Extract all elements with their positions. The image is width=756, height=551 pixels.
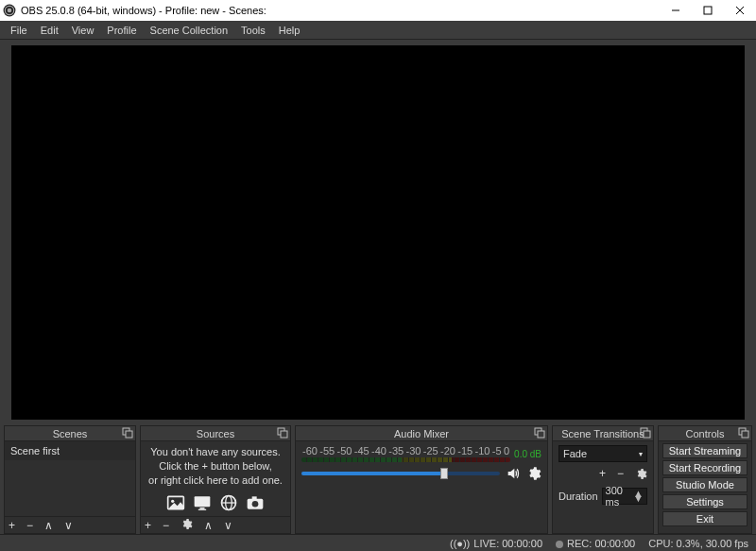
scenes-body: Scene first [5, 441, 135, 516]
add-scene-button[interactable]: + [9, 520, 15, 531]
mixer-title: Audio Mixer [394, 428, 449, 439]
docks-row: Scenes Scene first + − ∧ ∨ Sources [0, 425, 756, 534]
mixer-db-value: 0.0 dB [514, 449, 541, 459]
add-transition-button[interactable]: + [599, 468, 606, 482]
transition-properties-button[interactable] [635, 468, 647, 482]
mixer-tick: -50 [337, 445, 352, 456]
scenes-header: Scenes [5, 426, 135, 441]
mixer-level-meter [301, 457, 510, 462]
transition-selected: Fade [563, 448, 587, 459]
status-rec-text: REC: 00:00:00 [567, 538, 635, 549]
mixer-tick: -40 [371, 445, 387, 456]
chevron-down-icon: ▾ [639, 450, 643, 458]
mixer-tick: -10 [475, 445, 490, 456]
svg-rect-13 [195, 496, 211, 507]
svg-rect-20 [252, 496, 257, 499]
mixer-tick: -45 [354, 445, 369, 456]
duration-label: Duration [558, 491, 598, 502]
mixer-volume-slider[interactable] [301, 472, 500, 475]
controls-body: Start Streaming Start Recording Studio M… [659, 441, 751, 533]
source-down-button[interactable]: ∨ [224, 520, 232, 531]
obs-app-icon [0, 4, 19, 17]
popout-icon[interactable] [122, 427, 133, 439]
duration-value: 300 ms [606, 485, 634, 508]
scene-list[interactable]: Scene first [5, 441, 135, 516]
sources-empty-message: You don't have any sources. Click the + … [141, 441, 290, 516]
mixer-dock: Audio Mixer -60 -55 -50 -45 -40 -35 -30 [295, 425, 548, 534]
scenes-footer: + − ∧ ∨ [5, 516, 135, 533]
menubar: File Edit View Profile Scene Collection … [0, 21, 756, 40]
camera-source-icon [246, 493, 265, 512]
transitions-header: Scene Transitions [553, 426, 653, 441]
controls-title: Controls [686, 428, 725, 439]
broadcast-icon: ((●)) [450, 538, 470, 549]
svg-rect-25 [644, 431, 650, 438]
maximize-button[interactable] [692, 0, 724, 21]
sources-dock: Sources You don't have any sources. Clic… [140, 425, 291, 534]
remove-scene-button[interactable]: − [26, 520, 33, 531]
popout-icon[interactable] [534, 427, 545, 439]
svg-point-2 [8, 9, 12, 13]
mixer-tick: -55 [319, 445, 335, 456]
sources-title: Sources [197, 428, 234, 439]
mixer-tick: -30 [406, 445, 421, 456]
remove-transition-button[interactable]: − [617, 468, 624, 482]
add-source-button[interactable]: + [145, 520, 151, 531]
transitions-dock: Scene Transitions Fade ▾ + − Duration [552, 425, 654, 534]
status-bar: ((●))LIVE: 00:00:00 REC: 00:00:00 CPU: 0… [0, 534, 756, 551]
mixer-tick: -15 [457, 445, 472, 456]
mixer-tick: 0 [504, 445, 509, 456]
sources-empty-line: You don't have any sources. [150, 445, 280, 459]
exit-button[interactable]: Exit [662, 511, 747, 526]
transition-select[interactable]: Fade ▾ [558, 445, 647, 462]
settings-button[interactable]: Settings [662, 494, 747, 509]
svg-point-21 [252, 500, 259, 507]
source-up-button[interactable]: ∧ [204, 520, 213, 531]
menu-help[interactable]: Help [272, 23, 307, 38]
menu-scene-collection[interactable]: Scene Collection [144, 23, 235, 38]
mixer-tick: -35 [388, 445, 404, 456]
mixer-header: Audio Mixer [296, 426, 547, 441]
svg-rect-27 [742, 431, 748, 438]
transitions-title: Scene Transitions [561, 428, 644, 439]
remove-source-button[interactable]: − [163, 520, 169, 531]
menu-tools[interactable]: Tools [234, 23, 272, 38]
menu-file[interactable]: File [4, 23, 34, 38]
popout-icon[interactable] [640, 427, 651, 439]
start-recording-button[interactable]: Start Recording [662, 460, 747, 475]
svg-rect-8 [126, 431, 132, 438]
display-source-icon [193, 493, 212, 512]
start-streaming-button[interactable]: Start Streaming [662, 443, 747, 458]
svg-point-12 [171, 499, 174, 502]
popout-icon[interactable] [738, 427, 749, 439]
popout-icon[interactable] [277, 427, 288, 439]
sources-empty-line: Click the + button below, [159, 459, 272, 474]
menu-profile[interactable]: Profile [100, 23, 143, 38]
globe-source-icon [219, 493, 238, 512]
scene-up-button[interactable]: ∧ [44, 520, 53, 531]
controls-dock: Controls Start Streaming Start Recording… [658, 425, 752, 534]
scene-down-button[interactable]: ∨ [64, 520, 73, 531]
window-title: OBS 25.0.8 (64-bit, windows) - Profile: … [19, 5, 660, 16]
application-window: OBS 25.0.8 (64-bit, windows) - Profile: … [0, 0, 756, 551]
menu-view[interactable]: View [65, 23, 101, 38]
duration-field[interactable]: 300 ms ▲▼ [602, 488, 647, 505]
studio-mode-button[interactable]: Studio Mode [662, 477, 747, 492]
scenes-title: Scenes [53, 428, 88, 439]
gear-icon[interactable] [526, 466, 541, 481]
transitions-body: Fade ▾ + − Duration 300 ms ▲▼ [553, 441, 653, 533]
minimize-button[interactable] [660, 0, 692, 21]
svg-rect-10 [281, 431, 287, 438]
menu-edit[interactable]: Edit [34, 23, 65, 38]
controls-header: Controls [659, 426, 751, 441]
preview-canvas[interactable] [11, 45, 745, 420]
close-button[interactable] [724, 0, 756, 21]
status-cpu: CPU: 0.3%, 30.00 fps [648, 538, 748, 549]
scene-item[interactable]: Scene first [5, 441, 135, 460]
spin-down-icon[interactable]: ▼ [633, 496, 644, 501]
source-properties-button[interactable] [180, 518, 193, 532]
scenes-dock: Scenes Scene first + − ∧ ∨ [4, 425, 136, 534]
svg-rect-23 [538, 431, 544, 438]
speaker-icon[interactable] [506, 466, 521, 481]
sources-body[interactable]: You don't have any sources. Click the + … [141, 441, 290, 516]
